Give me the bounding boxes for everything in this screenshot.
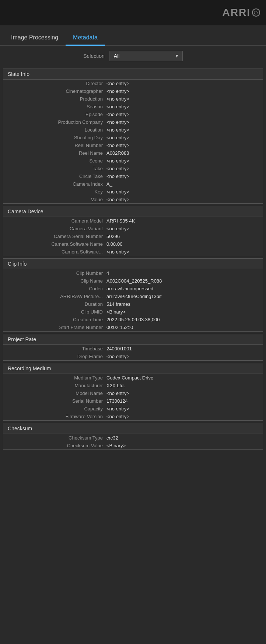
row-value: <no entry> (106, 225, 263, 232)
table-row: Cinematographer<no entry> (3, 87, 263, 95)
row-label: Checksum Value (3, 442, 106, 449)
row-value: 17300124 (106, 397, 263, 405)
row-value: <Binary> (106, 442, 263, 449)
row-value: A002R088 (106, 149, 263, 157)
section-camera-device: Camera DeviceCamera ModelARRI S35 4KCame… (3, 206, 263, 256)
row-value: crc32 (106, 434, 263, 442)
row-value: <no entry> (106, 111, 263, 118)
table-row: Creation Time2022.05.25 09:03:38,000 (3, 316, 263, 323)
row-value: Codex Compact Drive (106, 374, 263, 382)
table-row: Key<no entry> (3, 188, 263, 196)
data-table-camera-device: Camera ModelARRI S35 4KCamera Variant<no… (3, 217, 263, 256)
table-row: Shooting Day<no entry> (3, 134, 263, 141)
row-label: Clip Name (3, 277, 106, 285)
section-header-camera-device: Camera Device (3, 206, 263, 217)
row-label: Serial Number (3, 397, 106, 405)
selection-dropdown[interactable]: All Selected Custom (109, 51, 183, 61)
selection-row: Selection All Selected Custom ▼ (0, 46, 266, 66)
arri-logo: ARRI ◯ (223, 7, 260, 18)
row-label: Key (3, 188, 106, 196)
table-row: Camera ModelARRI S35 4K (3, 217, 263, 225)
row-label: Scene (3, 157, 106, 165)
row-label: ARRIRAW Picture... (3, 293, 106, 300)
row-label: Camera Software Name (3, 240, 106, 248)
row-label: Codec (3, 285, 106, 293)
row-value: 514 frames (106, 300, 263, 308)
row-label: Clip Number (3, 269, 106, 277)
row-value: <no entry> (106, 157, 263, 165)
row-value: 0.08.00 (106, 240, 263, 248)
row-label: Director (3, 80, 106, 87)
row-value: <no entry> (106, 141, 263, 149)
row-value: A002C004_220525_R088 (106, 277, 263, 285)
table-row: Reel Number<no entry> (3, 141, 263, 149)
row-label: Drop Frame (3, 353, 106, 360)
row-label: Episode (3, 111, 106, 118)
table-row: Value<no entry> (3, 196, 263, 203)
tab-metadata[interactable]: Metadata (66, 31, 105, 46)
table-row: Duration514 frames (3, 300, 263, 308)
table-row: Medium TypeCodex Compact Drive (3, 374, 263, 382)
arri-logo-circle: ◯ (252, 8, 260, 17)
row-value: <no entry> (106, 118, 263, 126)
row-value: <no entry> (106, 353, 263, 360)
table-row: Model Name<no entry> (3, 389, 263, 397)
row-label: Cinematographer (3, 87, 106, 95)
table-row: Timebase24000/1001 (3, 345, 263, 353)
table-row: Production<no entry> (3, 95, 263, 103)
row-label: Value (3, 196, 106, 203)
row-label: Reel Number (3, 141, 106, 149)
row-value: <no entry> (106, 126, 263, 134)
row-value: <no entry> (106, 188, 263, 196)
row-value: 50296 (106, 232, 263, 240)
sections-container: Slate InfoDirector<no entry>Cinematograp… (0, 69, 266, 450)
table-row: Director<no entry> (3, 80, 263, 87)
row-label: Circle Take (3, 172, 106, 180)
section-clip-info: Clip InfoClip Number4Clip NameA002C004_2… (3, 258, 263, 332)
row-label: Camera Software... (3, 248, 106, 256)
row-label: Model Name (3, 389, 106, 397)
row-label: Start Frame Number (3, 323, 106, 331)
section-header-recording-medium: Recording Medium (3, 363, 263, 374)
row-value: <no entry> (106, 103, 263, 111)
tab-image-processing[interactable]: Image Processing (4, 31, 66, 46)
row-value: <no entry> (106, 196, 263, 203)
table-row: Take<no entry> (3, 165, 263, 172)
table-row: Drop Frame<no entry> (3, 353, 263, 360)
selection-label: Selection (83, 53, 105, 59)
section-header-slate-info: Slate Info (3, 69, 263, 80)
data-table-checksum: Checksum Typecrc32Checksum Value<Binary> (3, 434, 263, 449)
row-value: 00:02:152::0 (106, 323, 263, 331)
table-row: Clip Number4 (3, 269, 263, 277)
row-value: <no entry> (106, 165, 263, 172)
row-label: Timebase (3, 345, 106, 353)
row-value: <no entry> (106, 87, 263, 95)
row-value: <no entry> (106, 80, 263, 87)
data-table-project-rate: Timebase24000/1001Drop Frame<no entry> (3, 345, 263, 360)
table-row: Season<no entry> (3, 103, 263, 111)
row-label: Production Company (3, 118, 106, 126)
table-row: Start Frame Number00:02:152::0 (3, 323, 263, 331)
row-label: Capacity (3, 405, 106, 413)
table-row: Serial Number17300124 (3, 397, 263, 405)
row-label: Clip UMID (3, 308, 106, 316)
header: ARRI ◯ (0, 0, 266, 25)
table-row: Clip UMID<Binary> (3, 308, 263, 316)
row-label: Manufacturer (3, 382, 106, 389)
table-row: Checksum Typecrc32 (3, 434, 263, 442)
row-value: <no entry> (106, 134, 263, 141)
table-row: Reel NameA002R088 (3, 149, 263, 157)
row-value: <no entry> (106, 389, 263, 397)
section-slate-info: Slate InfoDirector<no entry>Cinematograp… (3, 69, 263, 204)
row-value: arrirawUncompressed (106, 285, 263, 293)
table-row: ARRIRAW Picture...arrirawPictureCoding13… (3, 293, 263, 300)
table-row: Location<no entry> (3, 126, 263, 134)
row-label: Production (3, 95, 106, 103)
selection-dropdown-wrapper[interactable]: All Selected Custom ▼ (109, 51, 183, 61)
row-label: Firmware Version (3, 413, 106, 420)
row-value: <no entry> (106, 172, 263, 180)
row-label: Shooting Day (3, 134, 106, 141)
row-label: Location (3, 126, 106, 134)
table-row: CodecarrirawUncompressed (3, 285, 263, 293)
section-recording-medium: Recording MediumMedium TypeCodex Compact… (3, 363, 263, 421)
